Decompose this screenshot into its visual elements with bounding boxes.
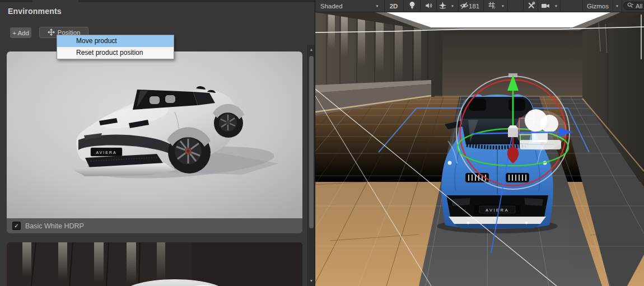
chevron-down-icon: ▼ (554, 4, 558, 8)
search-scope-label: All (636, 3, 642, 10)
scene-search-field[interactable]: All (623, 2, 644, 10)
position-context-menu: Move product Reset product position (57, 35, 174, 59)
environment-preview-dark-garage (7, 242, 302, 286)
tools-icon (527, 1, 535, 11)
gizmos-dropdown[interactable]: Gizmos (584, 0, 613, 12)
scrollbar-thumb[interactable] (309, 56, 314, 228)
car-badge-text: AVIERA (486, 208, 509, 213)
eye-hidden-icon (460, 2, 469, 11)
light-bulb-icon (408, 1, 416, 11)
component-tools-button[interactable] (524, 0, 538, 12)
environments-panel: Environments + Add Position (0, 0, 315, 286)
speaker-icon (424, 2, 433, 11)
chevron-down-icon: ▼ (615, 4, 619, 8)
camera-button[interactable] (539, 0, 552, 12)
car-badge-text: AVIERA (96, 151, 116, 154)
environment-card-basic-white[interactable]: AVIERA (7, 51, 302, 233)
grid-visibility-button[interactable]: Y (486, 0, 498, 12)
environment-label-bar: ✓ Basic White HDRP (7, 218, 302, 233)
scroll-down-icon[interactable]: ▼ (307, 277, 315, 285)
chevron-down-icon: ▼ (501, 4, 505, 8)
environment-preview-white-studio: AVIERA (7, 51, 302, 218)
grid-icon: Y (488, 1, 496, 11)
chevron-down-icon: ▼ (375, 4, 379, 8)
application-window: Environments + Add Position (0, 0, 644, 286)
scene-3d-canvas[interactable]: AVIERA (315, 12, 644, 286)
scene-toolbar: Shaded ▼ 2D (315, 0, 644, 12)
hidden-count: 181 (469, 3, 479, 10)
environment-card-dark[interactable] (7, 242, 302, 286)
camera-icon (541, 2, 550, 11)
camera-dropdown[interactable]: ▼ (552, 0, 560, 12)
scroll-up-icon[interactable]: ▲ (307, 46, 315, 54)
add-environment-button[interactable]: + Add (10, 27, 31, 38)
search-icon (627, 2, 634, 10)
scene-viewport: Shaded ▼ 2D (315, 0, 644, 286)
chevron-down-icon: ▼ (451, 4, 455, 8)
menu-item-move-product[interactable]: Move product (57, 35, 174, 47)
environment-checkbox[interactable]: ✓ (12, 222, 21, 230)
gizmos-caret[interactable]: ▼ (613, 0, 622, 12)
svg-text:Y: Y (493, 6, 496, 10)
effects-dropdown[interactable]: ▼ (448, 0, 457, 12)
panel-tab-strip (0, 0, 315, 2)
effects-icon (438, 1, 447, 11)
move-tool-icon (48, 29, 55, 37)
audio-toggle-button[interactable] (421, 0, 436, 12)
hidden-objects-toggle[interactable]: 181 (460, 0, 483, 12)
panel-title: Environments (8, 7, 62, 16)
draw-mode-dropdown[interactable]: Shaded ▼ (316, 0, 384, 12)
2d-toggle-button[interactable]: 2D (385, 0, 402, 12)
effects-toggle-button[interactable] (437, 0, 448, 12)
gizmo-center-cube[interactable] (508, 128, 518, 137)
environment-name: Basic White HDRP (25, 222, 84, 230)
grid-dropdown[interactable]: ▼ (498, 0, 507, 12)
menu-item-reset-product-position[interactable]: Reset product position (57, 47, 174, 59)
panel-scrollbar[interactable]: ▲ ▼ (307, 45, 315, 286)
lighting-toggle-button[interactable] (405, 0, 419, 12)
